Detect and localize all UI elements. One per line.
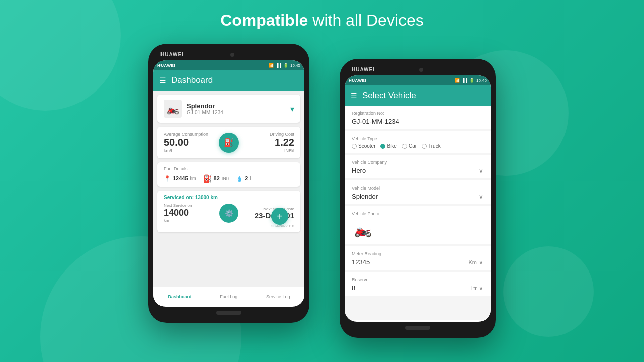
nav-service-log[interactable]: Service Log <box>266 294 290 299</box>
meter-label: Meter Reading <box>352 251 469 256</box>
phone-right-screen: HUAWEI 📶 ▐▐ 🔋 15:45 ☰ Select Vehicle Reg… <box>345 75 491 322</box>
stats-row: Average Consumption 50.00 km/l ⛽ Driving… <box>164 132 294 153</box>
meter-unit-dropdown[interactable]: Km ∨ <box>469 259 484 266</box>
radio-scooter[interactable]: Scooter <box>352 143 375 149</box>
status-right-left: 📶 ▐▐ 🔋 15:45 <box>269 63 300 68</box>
model-value: Splendor <box>352 193 378 200</box>
radio-truck[interactable]: Truck <box>422 143 441 149</box>
phone-left-brand: HUAWEI <box>153 52 225 57</box>
next-service-label: Next Service on <box>164 203 192 208</box>
wifi-icon: 📶 <box>269 63 274 68</box>
reserve-unit-icon: ∨ <box>479 285 484 292</box>
nav-dashboard[interactable]: Dashboard <box>168 294 191 299</box>
radio-bike[interactable]: Bike <box>380 143 396 149</box>
wifi-icon-r: 📶 <box>455 78 460 83</box>
car-label: Car <box>409 143 417 149</box>
phone-left: HUAWEI HUAWEI 📶 ▐▐ 🔋 15:45 ☰ Dashboard <box>148 44 309 323</box>
vehicle-type-radio-group: Scooter Bike Car Truck <box>352 143 484 149</box>
dashboard-content: 🏍️ Splendor GJ-01-MM-1234 ▾ Average Cons… <box>153 90 304 287</box>
model-section[interactable]: Vehicle Model Splendor ∨ <box>345 180 491 204</box>
dashboard-header: ☰ Dashboard <box>153 70 304 90</box>
reg-label: Registration No: <box>352 111 484 116</box>
reserve-label: Reserve <box>352 277 470 282</box>
reserve-left: Reserve 8 <box>352 277 470 292</box>
radio-car[interactable]: Car <box>402 143 417 149</box>
fuel-details-row: 📍 12445 km ⛽ 82 INR 💧 2 l <box>164 174 294 183</box>
avg-value: 50.00 <box>164 137 208 148</box>
meter-unit-icon: ∨ <box>479 259 484 266</box>
model-label: Vehicle Model <box>352 186 484 191</box>
reserve-unit: Ltr <box>470 285 477 291</box>
battery-icon: 🔋 <box>283 63 288 68</box>
company-section[interactable]: Vehicle Company Hero ∨ <box>345 155 491 178</box>
radio-circle-car <box>402 144 407 149</box>
avg-label: Average Consumption <box>164 132 208 137</box>
vehicle-card-left: 🏍️ Splendor GJ-01-MM-1234 <box>164 100 223 118</box>
company-dropdown-icon: ∨ <box>479 167 484 174</box>
photo-section: Vehicle Photo 🏍️ <box>345 206 491 244</box>
avg-consumption: Average Consumption 50.00 km/l <box>164 132 208 153</box>
company-label: Vehicle Company <box>352 160 484 165</box>
status-brand-left: HUAWEI <box>157 63 175 68</box>
bottom-nav: Dashboard Fuel Log Service Log <box>153 287 304 305</box>
fuel-litre: 💧 2 l <box>236 175 251 182</box>
model-dropdown[interactable]: Splendor ∨ <box>352 193 484 200</box>
vehicle-icon: 🏍️ <box>164 100 182 118</box>
type-label: Vehicle Type <box>352 136 484 141</box>
vehicle-card[interactable]: 🏍️ Splendor GJ-01-MM-1234 ▾ <box>157 95 300 123</box>
driving-cost: Driving Cost 1.22 INR/l <box>270 132 294 153</box>
phone-right: HUAWEI HUAWEI 📶 ▐▐ 🔋 15:45 ☰ Select Vehi… <box>340 59 496 338</box>
service-row: Next Service on 14000 km ⚙️ Next service… <box>164 203 294 223</box>
next-service-unit: km <box>164 218 192 223</box>
select-vehicle-header: ☰ Select Vehicle <box>345 85 491 106</box>
add-button[interactable]: + <box>271 208 288 225</box>
meter-section: Meter Reading 12345 Km ∨ <box>345 246 491 270</box>
phone-right-camera <box>419 68 423 72</box>
fuel-details-label: Fuel Details: <box>164 166 294 171</box>
phone-left-bottom <box>153 307 304 317</box>
vehicle-info: Splendor GJ-01-MM-1234 <box>187 102 223 115</box>
cost-unit: INR/l <box>270 148 294 153</box>
reserve-unit-dropdown[interactable]: Ltr ∨ <box>470 285 484 292</box>
dashboard-title: Dashboard <box>171 75 213 85</box>
service-footer-date: 23-Nov-2018 <box>164 224 294 228</box>
company-dropdown[interactable]: Hero ∨ <box>352 167 484 174</box>
select-vehicle-content: Registration No: GJ-01-MM-1234 Vehicle T… <box>345 106 491 320</box>
radio-circle-scooter <box>352 144 357 149</box>
reserve-section: Reserve 8 Ltr ∨ <box>345 272 491 296</box>
home-button-left[interactable] <box>216 311 242 315</box>
reserve-value: 8 <box>352 284 470 292</box>
status-time-right: 15:45 <box>476 78 487 83</box>
radio-circle-truck <box>422 144 427 149</box>
phone-right-bottom <box>345 322 491 332</box>
vehicle-photo: 🏍️ <box>352 218 374 240</box>
meter-unit: Km <box>469 259 477 265</box>
drop-icon: 💧 <box>236 176 243 182</box>
avg-unit: km/l <box>164 148 208 153</box>
pin-icon: 📍 <box>164 175 171 182</box>
vehicle-dropdown-arrow[interactable]: ▾ <box>290 104 294 114</box>
status-brand-right: HUAWEI <box>349 78 366 83</box>
phone-left-screen: HUAWEI 📶 ▐▐ 🔋 15:45 ☰ Dashboard 🏍️ <box>153 60 304 307</box>
status-time-left: 15:45 <box>290 63 300 68</box>
vehicle-name: Splendor <box>187 102 223 110</box>
bike-label: Bike <box>387 143 396 149</box>
battery-icon-r: 🔋 <box>469 78 474 83</box>
vehicle-type-section: Vehicle Type Scooter Bike Car <box>345 131 491 153</box>
next-service-value: 14000 <box>164 208 192 218</box>
fuel-details-card: Fuel Details: 📍 12445 km ⛽ 82 INR <box>157 162 300 187</box>
stats-card: Average Consumption 50.00 km/l ⛽ Driving… <box>157 127 300 158</box>
company-value: Hero <box>352 167 366 174</box>
fuel-pump-icon: ⛽ <box>203 174 212 183</box>
fuel-km: 📍 12445 km <box>164 175 196 182</box>
home-button-right[interactable] <box>405 326 430 330</box>
select-vehicle-title: Select Vehicle <box>362 90 416 101</box>
scooter-label: Scooter <box>358 143 375 149</box>
signal-icon: ▐▐ <box>276 63 281 68</box>
nav-fuel-log[interactable]: Fuel Log <box>220 294 237 299</box>
menu-icon-right[interactable]: ☰ <box>351 92 357 100</box>
phone-right-brand: HUAWEI <box>345 67 414 72</box>
signal-icon-r: ▐▐ <box>462 78 467 83</box>
menu-icon-left[interactable]: ☰ <box>159 76 166 84</box>
fuel-icon-center: ⛽ <box>219 133 239 153</box>
